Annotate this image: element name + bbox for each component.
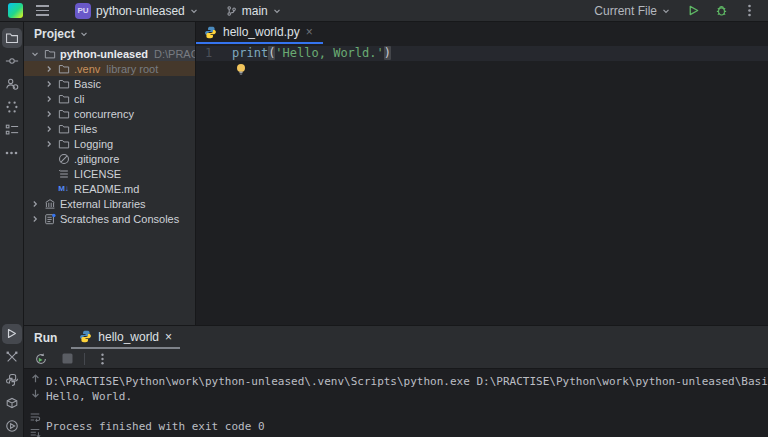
tree-chevron-collapsed-icon[interactable] <box>30 214 39 223</box>
tree-item-suffix: library root <box>106 63 158 75</box>
run-tab-hello-world[interactable]: hello_world × <box>71 326 180 349</box>
folder-icon <box>57 122 70 135</box>
chevron-down-icon <box>273 7 281 15</box>
run-configuration-widget[interactable]: Current File <box>588 2 676 20</box>
tree-chevron-collapsed-icon[interactable] <box>30 199 39 208</box>
tab-close-icon[interactable]: × <box>165 330 172 344</box>
console-line <box>46 404 768 419</box>
project-panel-header[interactable]: Project <box>24 22 195 46</box>
run-tool-button[interactable] <box>2 324 22 344</box>
chevron-down-icon <box>662 7 670 15</box>
tree-item-license[interactable]: LICENSE <box>24 166 195 181</box>
console-output: D:\PRACTISE\Python\work\python-unleased\… <box>46 369 768 437</box>
project-panel-title: Project <box>34 27 75 41</box>
tree-item-readme-md[interactable]: M↓README.md <box>24 181 195 196</box>
editor-content[interactable]: 1 print('Hello, World.') <box>196 44 768 77</box>
tree-item-label: python-unleased <box>60 48 148 60</box>
structure-tool-button[interactable] <box>2 97 22 117</box>
intention-bulb-icon[interactable] <box>235 63 247 76</box>
tree-item-label: Files <box>74 123 97 135</box>
tree-item-label: README.md <box>74 183 139 195</box>
project-tool-button[interactable] <box>2 28 22 48</box>
more-actions-button[interactable] <box>738 2 760 20</box>
tree-chevron-expanded-icon[interactable] <box>30 49 39 58</box>
project-panel: Project python-unleasedD:\PRACTISE\Pytho… <box>24 22 196 325</box>
tree-chevron-collapsed-icon[interactable] <box>44 139 53 148</box>
tree-item--venv[interactable]: .venvlibrary root <box>24 61 195 76</box>
bookmarks-tool-button[interactable] <box>2 120 22 140</box>
tree-chevron-collapsed-icon[interactable] <box>44 79 53 88</box>
services-tool-button[interactable] <box>2 416 22 436</box>
scroll-to-end-icon[interactable] <box>29 427 41 437</box>
code-line-1: 1 print('Hello, World.') <box>196 44 768 61</box>
folder-icon <box>57 62 70 75</box>
library-icon <box>43 197 56 210</box>
tree-item-label: concurrency <box>74 108 134 120</box>
tree-item-files[interactable]: Files <box>24 121 195 136</box>
run-console[interactable]: D:\PRACTISE\Python\work\python-unleased\… <box>24 369 768 437</box>
editor-tab-label: hello_world.py <box>223 25 300 39</box>
folder-icon <box>57 77 70 90</box>
run-toolbar <box>24 349 768 369</box>
run-tool-window: Run hello_world × <box>24 325 768 437</box>
soft-wrap-icon[interactable] <box>29 411 41 423</box>
tree-item-basic[interactable]: Basic <box>24 76 195 91</box>
tree-item-label: cli <box>74 93 84 105</box>
main-menu-button[interactable] <box>29 2 55 20</box>
python-file-icon <box>79 330 92 343</box>
folder-icon <box>43 47 56 60</box>
editor-area[interactable]: hello_world.py × 1 print('Hello, World.'… <box>196 22 768 325</box>
tree-item--gitignore[interactable]: .gitignore <box>24 151 195 166</box>
scroll-up-icon[interactable] <box>30 373 41 384</box>
tool-window-rail <box>0 22 24 437</box>
scroll-down-icon[interactable] <box>30 388 41 399</box>
stop-icon[interactable] <box>58 351 76 367</box>
console-line: Hello, World. <box>46 389 768 404</box>
tree-item-python-unleased[interactable]: python-unleasedD:\PRACTISE\Python\ <box>24 46 195 61</box>
project-badge: PU <box>75 3 91 19</box>
python-packages-button[interactable] <box>2 393 22 413</box>
rerun-icon[interactable] <box>32 351 50 367</box>
tree-item-logging[interactable]: Logging <box>24 136 195 151</box>
pull-requests-tool-button[interactable] <box>2 74 22 94</box>
text-file-icon <box>57 167 70 180</box>
more-tool-windows-button[interactable] <box>2 143 22 163</box>
code-text: print('Hello, World.') <box>232 46 391 61</box>
main-toolbar: PU python-unleased main Current File <box>0 0 768 22</box>
pycharm-logo-icon[interactable] <box>8 3 23 18</box>
python-console-button[interactable] <box>2 370 22 390</box>
tree-item-concurrency[interactable]: concurrency <box>24 106 195 121</box>
tree-item-label: .venv <box>74 63 100 75</box>
line-number: 1 <box>196 46 232 61</box>
editor-tab-hello-world[interactable]: hello_world.py × <box>196 22 323 44</box>
tree-item-label: Logging <box>74 138 113 150</box>
vcs-branch-widget[interactable]: main <box>220 2 287 20</box>
tree-chevron-collapsed-icon[interactable] <box>44 94 53 103</box>
folder-icon <box>57 137 70 150</box>
tree-item-external-libraries[interactable]: External Libraries <box>24 196 195 211</box>
build-tools-button[interactable] <box>2 347 22 367</box>
console-line: D:\PRACTISE\Python\work\python-unleased\… <box>46 374 768 389</box>
run-panel-header: Run hello_world × <box>24 326 768 349</box>
tree-item-label: LICENSE <box>74 168 121 180</box>
run-panel-title[interactable]: Run <box>34 331 57 349</box>
console-line: Process finished with exit code 0 <box>46 419 768 434</box>
tab-close-icon[interactable]: × <box>306 25 313 39</box>
markdown-icon: M↓ <box>57 182 70 195</box>
run-configuration-label: Current File <box>594 4 657 18</box>
project-widget[interactable]: PU python-unleased <box>69 1 204 21</box>
run-tab-label: hello_world <box>98 330 159 344</box>
tree-item-label: External Libraries <box>60 198 146 210</box>
tree-item-cli[interactable]: cli <box>24 91 195 106</box>
tree-chevron-collapsed-icon[interactable] <box>44 109 53 118</box>
run-button[interactable] <box>682 2 704 20</box>
run-options-icon[interactable] <box>93 351 111 367</box>
commit-tool-button[interactable] <box>2 51 22 71</box>
tree-chevron-collapsed-icon[interactable] <box>44 124 53 133</box>
tree-item-scratches-and-consoles[interactable]: Scratches and Consoles <box>24 211 195 226</box>
tree-item-label: Basic <box>74 78 101 90</box>
project-tree: python-unleasedD:\PRACTISE\Python\.venvl… <box>24 46 195 226</box>
python-file-icon <box>204 26 217 39</box>
debug-button[interactable] <box>710 2 732 20</box>
tree-chevron-collapsed-icon[interactable] <box>44 64 53 73</box>
